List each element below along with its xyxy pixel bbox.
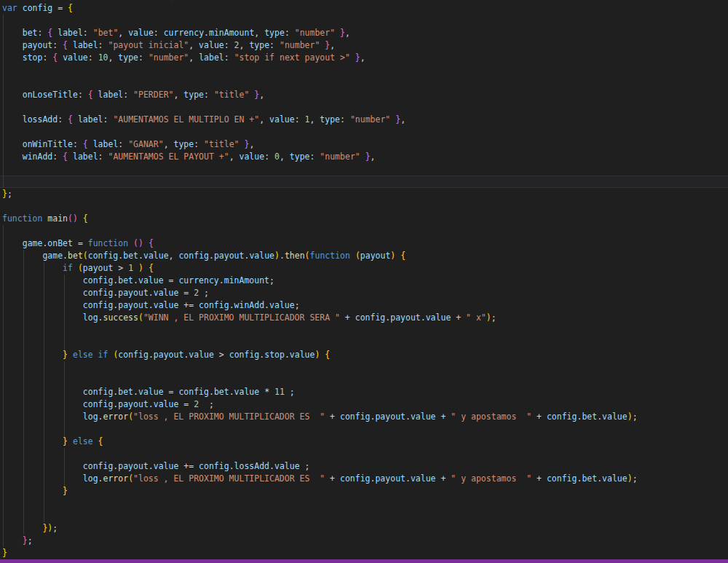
- code-line: [2, 76, 728, 89]
- code-line: payout: { label: "payout inicial", value…: [2, 39, 728, 52]
- code-line: [2, 64, 728, 76]
- code-line: [2, 336, 728, 349]
- code-line: onWinTitle: { label: "GANAR", type: "tit…: [2, 138, 728, 151]
- code-line: [2, 497, 728, 510]
- code-line: [2, 324, 728, 336]
- code-line: [2, 374, 728, 386]
- code-line: };: [2, 188, 728, 200]
- code-line: if (payout > 1 ) {: [2, 262, 728, 275]
- code-line: [2, 200, 728, 213]
- code-line: }: [2, 547, 728, 559]
- code-line: config.payout.value += config.lossAdd.va…: [2, 460, 728, 473]
- code-line: [2, 423, 728, 436]
- code-line: config.payout.value = 2 ;: [2, 398, 728, 411]
- code-line: config.payout.value += config.winAdd.val…: [2, 299, 728, 312]
- code-line: config.payout.value = 2 ;: [2, 287, 728, 299]
- code-line: log.error("loss , EL PROXIMO MULTIPLICAD…: [2, 411, 728, 423]
- code-line: game.bet(config.bet.value, config.payout…: [2, 250, 728, 262]
- code-line: [2, 361, 728, 374]
- code-line: var config = {: [2, 2, 728, 15]
- code-line: } else if (config.payout.value > config.…: [2, 349, 728, 361]
- status-bar[interactable]: [0, 559, 728, 563]
- code-line: game.onBet = function () {: [2, 237, 728, 250]
- code-line: [2, 176, 728, 188]
- code-lines: | | , , | ,var config = { bet: { label: …: [2, 0, 728, 559]
- code-line: [2, 510, 728, 522]
- code-line: };: [2, 535, 728, 547]
- code-line: stop: { value: 10, type: "number", label…: [2, 52, 728, 64]
- code-line: [2, 225, 728, 237]
- code-line: [2, 101, 728, 114]
- code-line: [2, 15, 728, 27]
- code-line: config.bet.value = config.bet.value * 11…: [2, 386, 728, 398]
- code-line: }: [2, 485, 728, 497]
- code-line: config.bet.value = currency.minAmount;: [2, 275, 728, 287]
- code-line: bet: { label: "bet", value: currency.min…: [2, 27, 728, 39]
- code-line: } else {: [2, 436, 728, 448]
- code-line: onLoseTitle: { label: "PERDER", type: "t…: [2, 89, 728, 101]
- code-line: winAdd: { label: "AUMENTAMOS EL PAYOUT +…: [2, 151, 728, 163]
- code-line: [2, 163, 728, 176]
- code-line: function main() {: [2, 213, 728, 225]
- code-line: log.error("loss , EL PROXIMO MULTIPLICAD…: [2, 473, 728, 485]
- code-line: [2, 448, 728, 460]
- code-line: });: [2, 522, 728, 535]
- code-editor[interactable]: | | , , | ,var config = { bet: { label: …: [0, 0, 728, 563]
- code-line: log.success("WINN , EL PROXIMO MULTIPLIC…: [2, 312, 728, 324]
- code-line: lossAdd: { label: "AUMENTAMOS EL MULTIPL…: [2, 114, 728, 126]
- code-line: [2, 126, 728, 138]
